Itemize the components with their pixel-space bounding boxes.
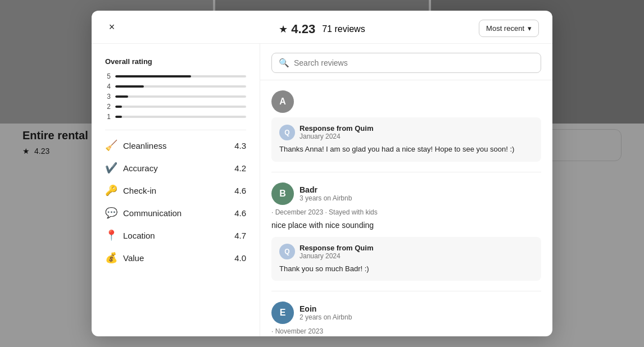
category-label: Communication [123, 208, 182, 218]
chevron-down-icon: ▾ [528, 24, 532, 33]
reviewer-header: B Badr 3 years on Airbnb [271, 182, 541, 205]
modal-header: × ★ 4.23 71 reviews Most recent ▾ [92, 11, 552, 44]
category-row: 💬 Communication 4.6 [105, 207, 246, 219]
category-score: 4.6 [234, 186, 246, 195]
response-header: Q Response from Quim January 2024 [279, 244, 533, 260]
reviews-list: A Q Response from Quim January 2024 Than… [260, 80, 552, 336]
review-meta-line: · November 2023 [271, 327, 541, 335]
category-left: ✔️ Accuracy [105, 162, 158, 174]
bar-fill [115, 85, 144, 88]
response-text: Thanks Anna! I am so glad you had a nice… [279, 144, 533, 155]
category-score: 4.3 [234, 141, 246, 150]
response-avatar: Q [279, 244, 295, 259]
bar-number: 5 [105, 72, 111, 80]
reviewer-info: Eoin 2 years on Airbnb [300, 304, 352, 321]
reviewer-header: A [271, 90, 541, 113]
modal-backdrop: × ★ 4.23 71 reviews Most recent ▾ [0, 0, 644, 347]
category-left: 🧹 Cleanliness [105, 139, 167, 152]
left-panel: Overall rating 5 4 3 2 1 [92, 44, 260, 336]
review-item: A Q Response from Quim January 2024 Than… [271, 80, 541, 172]
bar-track [115, 75, 246, 77]
category-row: 🧹 Cleanliness 4.3 [105, 139, 246, 152]
categories-container: 🧹 Cleanliness 4.3 ✔️ Accuracy 4.2 🔑 Chec… [105, 139, 246, 264]
search-input[interactable] [294, 58, 534, 67]
reviewer-header: E Eoin 2 years on Airbnb [271, 302, 541, 324]
response-date: January 2024 [300, 133, 373, 140]
sort-label: Most recent [486, 24, 524, 33]
category-label: Location [123, 231, 155, 240]
rating-bars: 5 4 3 2 1 [105, 72, 246, 121]
category-row: 📍 Location 4.7 [105, 229, 246, 241]
response-block: Q Response from Quim January 2024 Thanks… [271, 117, 541, 162]
sort-dropdown-button[interactable]: Most recent ▾ [479, 20, 539, 37]
category-left: 💰 Value [105, 252, 144, 264]
bar-number: 2 [105, 103, 111, 111]
bar-fill [115, 106, 122, 108]
category-row: ✔️ Accuracy 4.2 [105, 162, 246, 174]
reviewer-meta: 2 years on Airbnb [300, 313, 352, 321]
review-item: E Eoin 2 years on Airbnb · November 2023… [271, 291, 541, 336]
category-score: 4.2 [234, 163, 246, 173]
response-header: Q Response from Quim January 2024 [279, 124, 533, 140]
response-avatar: Q [279, 125, 295, 140]
bar-track [115, 95, 246, 98]
category-label: Cleanliness [123, 141, 167, 150]
category-icon: 📍 [105, 229, 117, 241]
reviewer-avatar: A [271, 90, 294, 113]
response-date: January 2024 [300, 252, 373, 260]
search-bar-wrap: 🔍 [260, 44, 552, 80]
category-left: 💬 Communication [105, 207, 182, 219]
reviewer-name: Badr [300, 185, 352, 194]
right-panel: 🔍 A Q Response from Quim [260, 44, 552, 336]
modal-title-area: ★ 4.23 71 reviews [279, 22, 365, 36]
category-row: 💰 Value 4.0 [105, 252, 246, 264]
category-score: 4.0 [234, 253, 246, 263]
category-label: Accuracy [123, 163, 158, 173]
bar-row: 3 [105, 93, 246, 101]
reviewer-meta: 3 years on Airbnb [300, 194, 352, 202]
reviewer-name: Eoin [300, 304, 352, 313]
bar-number: 1 [105, 113, 111, 121]
review-text: nice place with nice sounding [271, 220, 541, 231]
search-icon: 🔍 [279, 58, 289, 68]
bar-track [115, 85, 246, 88]
modal-star-icon: ★ [279, 23, 288, 35]
category-icon: ✔️ [105, 162, 117, 174]
close-icon: × [109, 21, 115, 33]
reviews-modal: × ★ 4.23 71 reviews Most recent ▾ [92, 11, 552, 336]
modal-rating-number: 4.23 [291, 22, 315, 36]
category-score: 4.6 [234, 208, 246, 218]
category-icon: 💰 [105, 252, 117, 264]
category-label: Check-in [123, 186, 156, 195]
bar-fill [115, 95, 128, 98]
bar-row: 1 [105, 113, 246, 121]
review-meta-line: · December 2023 · Stayed with kids [271, 208, 541, 216]
bar-number: 3 [105, 93, 111, 101]
sort-dropdown-wrap: Most recent ▾ [479, 20, 539, 37]
modal-close-button[interactable]: × [103, 18, 121, 36]
category-score: 4.7 [234, 231, 246, 240]
response-text: Thank you so much Badr! :) [279, 263, 533, 275]
category-left: 📍 Location [105, 229, 155, 241]
bar-row: 2 [105, 103, 246, 111]
category-row: 🔑 Check-in 4.6 [105, 184, 246, 197]
bar-row: 4 [105, 83, 246, 90]
page-background: Entire rental unit · 8 guests ★ 4.23 Hos… [0, 0, 644, 347]
category-icon: 💬 [105, 207, 117, 219]
reviews-count: 71 reviews [322, 24, 365, 34]
reviewer-avatar: E [271, 302, 294, 324]
search-bar: 🔍 [271, 53, 541, 73]
response-from-label: Response from Quim [300, 244, 373, 252]
reviewer-info: Badr 3 years on Airbnb [300, 185, 352, 202]
divider [105, 130, 246, 130]
bar-track [115, 116, 246, 118]
rating-badge: ★ 4.23 [279, 22, 315, 36]
category-left: 🔑 Check-in [105, 184, 156, 197]
bar-number: 4 [105, 83, 111, 90]
modal-body: Overall rating 5 4 3 2 1 [92, 44, 552, 336]
review-item: B Badr 3 years on Airbnb · December 2023… [271, 172, 541, 292]
response-block: Q Response from Quim January 2024 Thank … [271, 237, 541, 281]
bar-track [115, 106, 246, 108]
category-label: Value [123, 253, 144, 263]
bar-fill [115, 75, 191, 77]
